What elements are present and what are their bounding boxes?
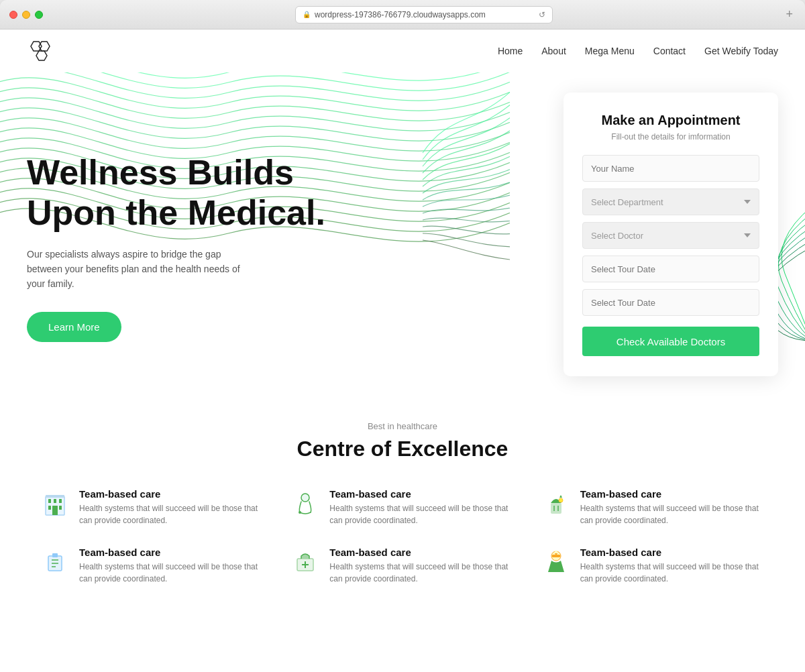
minimize-button[interactable] — [22, 11, 30, 19]
new-tab-button[interactable]: + — [786, 7, 793, 21]
feature-6-desc: Health systems that will succeed will be… — [580, 561, 765, 585]
svg-point-12 — [299, 511, 301, 514]
feature-6-content: Team-based care Health systems that will… — [580, 547, 765, 585]
svg-marker-1 — [36, 51, 47, 60]
close-button[interactable] — [9, 11, 17, 19]
refresh-icon[interactable]: ↺ — [539, 10, 545, 19]
svg-marker-0 — [31, 42, 42, 51]
svg-rect-9 — [52, 506, 58, 515]
feature-4-content: Team-based care Health systems that will… — [79, 547, 264, 585]
hero-section: .wave-line { fill: none; stroke-width: 1… — [0, 72, 805, 394]
time-input[interactable] — [582, 289, 759, 316]
feature-4-desc: Health systems that will succeed will be… — [79, 561, 264, 585]
feature-5-content: Team-based care Health systems that will… — [329, 547, 514, 585]
feature-5-title: Team-based care — [329, 547, 514, 558]
feature-3: Team-based care Health systems that will… — [541, 488, 765, 526]
doctor-select[interactable]: Select Doctor Dr. Smith Dr. Johnson — [582, 222, 759, 249]
svg-point-16 — [559, 498, 563, 502]
logo[interactable] — [27, 40, 54, 62]
svg-rect-21 — [52, 553, 58, 557]
nav-cta[interactable]: Get Webify Today — [704, 46, 778, 56]
feature-2: Team-based care Health systems that will… — [290, 488, 514, 526]
feature-2-desc: Health systems that will succeed will be… — [329, 502, 514, 526]
nav-home[interactable]: Home — [498, 46, 523, 56]
feature-1-desc: Health systems that will succeed will be… — [79, 502, 264, 526]
browser-window: 🔒 wordpress-197386-766779.cloudwaysapps.… — [0, 0, 805, 672]
page-content: Home About Mega Menu Contact Get Webify … — [0, 30, 805, 672]
nav-links: Home About Mega Menu Contact Get Webify … — [498, 46, 778, 56]
feature-4-icon — [40, 547, 70, 576]
feature-5-icon — [290, 547, 320, 576]
svg-rect-8 — [59, 506, 62, 510]
feature-1-content: Team-based care Health systems that will… — [79, 488, 264, 526]
feature-1-title: Team-based care — [79, 488, 264, 500]
feature-5-desc: Health systems that will succeed will be… — [329, 561, 514, 585]
excellence-title: Centre of Excellence — [40, 437, 765, 461]
hero-title: Wellness Builds Upon the Medical. — [27, 153, 376, 233]
svg-rect-13 — [551, 503, 561, 514]
appointment-form: Select Department Cardiology Neurology P… — [582, 155, 759, 356]
svg-rect-28 — [555, 551, 557, 553]
navbar: Home About Mega Menu Contact Get Webify … — [0, 30, 805, 72]
svg-rect-6 — [59, 499, 62, 503]
address-bar[interactable]: 🔒 wordpress-197386-766779.cloudwaysapps.… — [295, 6, 553, 23]
feature-6: Team-based care Health systems that will… — [541, 547, 765, 585]
feature-2-content: Team-based care Health systems that will… — [329, 488, 514, 526]
svg-marker-2 — [39, 42, 50, 51]
feature-3-content: Team-based care Health systems that will… — [580, 488, 765, 526]
svg-rect-26 — [552, 555, 560, 557]
feature-4: Team-based care Health systems that will… — [40, 547, 264, 585]
feature-5: Team-based care Health systems that will… — [290, 547, 514, 585]
department-select[interactable]: Select Department Cardiology Neurology P… — [582, 188, 759, 215]
feature-6-icon — [541, 547, 571, 576]
maximize-button[interactable] — [35, 11, 43, 19]
feature-6-title: Team-based care — [580, 547, 765, 558]
excellence-label: Best in healthcare — [40, 421, 765, 431]
feature-1-icon — [40, 488, 70, 518]
feature-3-desc: Health systems that will succeed will be… — [580, 502, 765, 526]
svg-rect-4 — [48, 499, 51, 503]
appointment-card: Make an Appointment Fill-out the details… — [564, 93, 778, 376]
feature-4-title: Team-based care — [79, 547, 264, 558]
url-text: wordpress-197386-766779.cloudwaysapps.co… — [315, 10, 486, 19]
svg-rect-7 — [48, 506, 51, 510]
lock-icon: 🔒 — [303, 11, 311, 18]
nav-about[interactable]: About — [541, 46, 566, 56]
hero-text: Wellness Builds Upon the Medical. Our sp… — [27, 86, 376, 342]
feature-3-icon — [541, 488, 571, 518]
feature-2-icon — [290, 488, 320, 518]
feature-2-title: Team-based care — [329, 488, 514, 500]
browser-titlebar: 🔒 wordpress-197386-766779.cloudwaysapps.… — [0, 0, 805, 30]
svg-rect-10 — [46, 495, 64, 498]
nav-contact[interactable]: Contact — [653, 46, 686, 56]
hero-subtitle: Our specialists always aspire to bridge … — [27, 247, 255, 292]
window-controls — [9, 11, 43, 19]
feature-3-title: Team-based care — [580, 488, 765, 500]
learn-more-button[interactable]: Learn More — [27, 312, 121, 342]
check-doctors-button[interactable]: Check Available Doctors — [582, 327, 759, 356]
logo-icon — [27, 40, 54, 62]
date-input[interactable] — [582, 256, 759, 282]
svg-rect-5 — [54, 499, 56, 503]
svg-point-11 — [301, 494, 309, 502]
excellence-section: Best in healthcare Centre of Excellence — [0, 394, 805, 598]
nav-mega-menu[interactable]: Mega Menu — [585, 46, 635, 56]
features-grid: Team-based care Health systems that will… — [40, 488, 765, 585]
feature-1: Team-based care Health systems that will… — [40, 488, 264, 526]
appointment-subtitle: Fill-out the details for imformation — [582, 132, 759, 142]
appointment-title: Make an Appointment — [582, 113, 759, 128]
name-input[interactable] — [582, 155, 759, 182]
